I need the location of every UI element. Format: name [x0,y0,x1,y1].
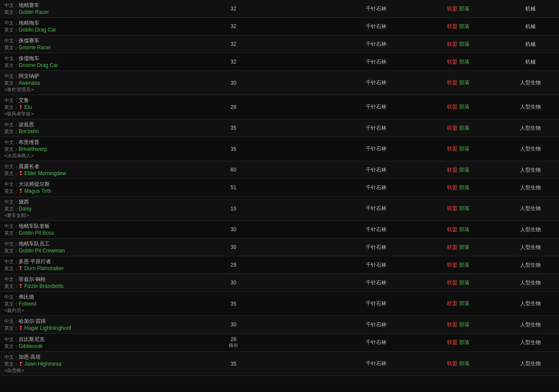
table-row[interactable]: 中文：晨露长者英文：❢ Elder Morningdew60千针石林联盟 部落人… [0,161,559,179]
name-zh: 中文：侏儒拖车 [4,55,203,62]
faction-cell: 联盟 部落 [415,297,502,310]
faction-horde: 部落 [459,185,470,191]
level-cell: 35 [208,122,259,134]
table-row[interactable]: 中文：菲兹尔·铜栓英文：❢ Fizzle Brassbolts30千针石林联盟 … [0,274,559,292]
en-label: 英文： [4,63,19,68]
name-en-line: 英文：Brivelthwerp [4,146,203,153]
table-row[interactable]: 中文：多恩·平原行者英文：❢ Dorn Plainstalker29千针石林联盟… [0,256,559,274]
name-zh: 中文：加恩·高塔 [4,354,203,361]
en-name: Awenasa [19,80,40,86]
table-row[interactable]: 中文：地精车队老板英文：Goblin Pit Boss30千针石林联盟 部落人型… [0,221,559,239]
faction-horde: 部落 [459,300,470,306]
name-zh: 中文：地精车队员工 [4,240,203,248]
location-cell: 千针石林 [337,143,415,155]
zh-label: 中文： [4,223,19,229]
location-cell: 千针石林 [337,76,415,89]
en-label: 英文： [4,325,19,331]
zh-label: 中文： [4,122,19,127]
faction-horde: 部落 [459,59,470,65]
faction-horde: 部落 [459,23,470,29]
type-cell: 人型生物 [502,297,559,310]
en-name: Fizzle Brassbolts [24,283,64,289]
table-row[interactable]: 中文：波兹恩英文：Bor'zehn35千针石林联盟 部落人型生物 [0,119,559,137]
name-zh: 中文：波兹恩 [4,121,203,128]
faction-horde: 部落 [459,146,470,152]
empty-cell [259,24,337,29]
faction-horde: 部落 [459,280,470,286]
table-row[interactable]: 中文：侏儒赛车英文：Gnome Racer32千针石林联盟 部落机械 [0,35,559,53]
level-cell: 35 [208,298,259,309]
empty-cell [259,206,337,211]
zh-name: 菲兹尔·铜栓 [19,276,46,282]
table-row[interactable]: 中文：艾鲁英文：❢ Elu<驭风者学徒>28千针石林联盟 部落人型生物 [0,95,559,119]
name-zh: 中文：艾鲁 [4,97,203,104]
location-cell: 千针石林 [337,20,415,33]
table-row[interactable]: 中文：弗比德英文：Fobeed<裁判员>35千针石林联盟 部落人型生物 [0,292,559,316]
table-row[interactable]: 中文：吉比斯尼克英文：Gibblesnik28稀有千针石林联盟 部落人型生物 [0,334,559,352]
faction-alliance: 联盟 [447,125,457,131]
table-row[interactable]: 中文：地精车队员工英文：Goblin Pit Crewman30千针石林联盟 部… [0,239,559,256]
zh-label: 中文： [4,164,19,169]
faction-cell: 联盟 部落 [415,357,502,370]
faction-cell: 联盟 部落 [415,241,502,254]
empty-cell [259,105,337,110]
name-zh: 中文：大法师提尔斯 [4,181,203,188]
faction-horde: 部落 [459,262,470,268]
faction-cell: 联盟 部落 [415,259,502,271]
name-cell: 中文：侏儒拖车英文：Gnome Drag Car [0,53,208,70]
type-cell: 人型生物 [502,76,559,89]
zh-name: 侏儒拖车 [19,55,39,61]
table-row[interactable]: 中文：地精拖车英文：Goblin Drag Car32千针石林联盟 部落机械 [0,18,559,35]
table-row[interactable]: 中文：侏儒拖车英文：Gnome Drag Car32千针石林联盟 部落机械 [0,53,559,71]
en-name: Jawn Highmesa [24,361,61,367]
exclaim-icon: ❢ [19,283,24,289]
name-zh: 中文：地精车队老板 [4,223,203,230]
table-row[interactable]: 中文：大法师提尔斯英文：❢ Magus Tirth51千针石林联盟 部落人型生物 [0,179,559,197]
table-row[interactable]: 中文：黛西英文：Daisy<赛车女郎>15千针石林联盟 部落人型生物 [0,197,559,221]
name-en-line: 英文：Bor'zehn [4,128,203,135]
name-zh: 中文：布里维普 [4,139,203,146]
zh-label: 中文： [4,241,19,246]
location-cell: 千针石林 [337,182,415,194]
en-name: Goblin Racer [19,9,49,15]
faction-cell: 联盟 部落 [415,101,502,113]
name-en-line: 英文：Awenasa [4,80,203,86]
exclaim-icon: ❢ [19,265,24,271]
empty-cell [259,59,337,64]
faction-alliance: 联盟 [447,262,457,268]
empty-cell [259,322,337,327]
en-name: Dorn Plainstalker [24,265,64,271]
name-en-line: 英文：❢ Jawn Highmesa [4,361,203,367]
table-row[interactable]: 中文：地精赛车英文：Goblin Racer32千针石林联盟 部落机械 [0,0,559,18]
faction-horde: 部落 [459,104,470,110]
location-cell: 千针石林 [337,336,415,349]
en-name: Goblin Drag Car [19,27,56,33]
level-cell: 30 [208,319,259,330]
en-label: 英文： [4,206,19,211]
table-row[interactable]: 中文：哈加尔·雷蹄英文：❢ Hagar Lightninghoof30千针石林联… [0,316,559,334]
zh-label: 中文： [4,73,19,79]
sub-label: <杂货商> [4,367,203,374]
location-cell: 千针石林 [337,259,415,271]
en-label: 英文： [4,129,19,134]
type-cell: 人型生物 [502,241,559,254]
exclaim-icon: ❢ [19,188,24,194]
name-cell: 中文：侏儒赛车英文：Gnome Racer [0,35,208,53]
en-name: Elder Morningdew [24,170,66,176]
table-row[interactable]: 中文：加恩·高塔英文：❢ Jawn Highmesa<杂货商>35千针石林联盟 … [0,352,559,376]
name-zh: 中文：晨露长者 [4,163,203,170]
zh-name: 弗比德 [19,294,34,300]
location-cell: 千针石林 [337,38,415,51]
zh-name: 阿文纳萨 [19,73,39,79]
name-zh: 中文：哈加尔·雷蹄 [4,318,203,325]
table-row[interactable]: 中文：布里维普英文：Brivelthwerp<冰淇淋商人>35千针石林联盟 部落… [0,137,559,161]
sub-label: <冰淇淋商人> [4,153,203,159]
table-row[interactable]: 中文：阿文纳萨英文：Awenasa<兽栏管理员>30千针石林联盟 部落人型生物 [0,71,559,95]
type-cell: 人型生物 [502,336,559,349]
name-en-line: 英文：❢ Elu [4,104,203,111]
faction-horde: 部落 [459,80,470,86]
zh-name: 布里维普 [19,139,39,145]
zh-label: 中文： [4,319,19,324]
en-name: Brivelthwerp [19,146,47,152]
empty-cell [259,6,337,11]
